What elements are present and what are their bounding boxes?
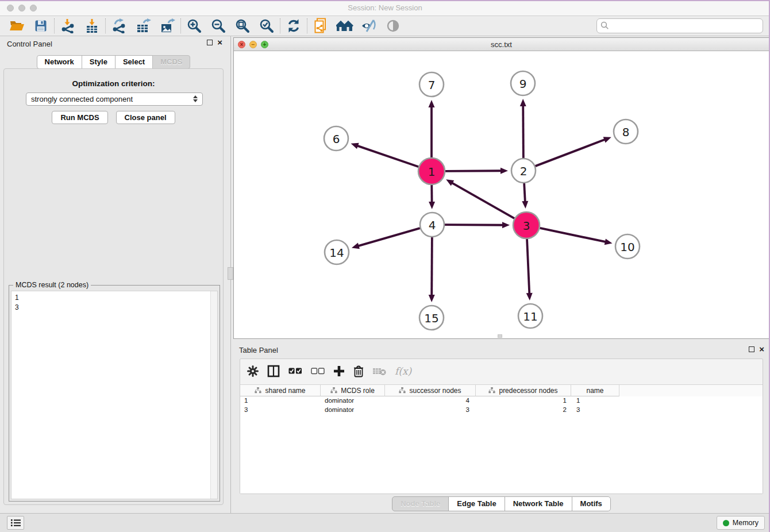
- graph-edge-2-8[interactable]: [536, 140, 606, 167]
- float-table-panel-icon[interactable]: [749, 346, 754, 352]
- export-network-icon: [111, 18, 126, 33]
- window-edge-tint: [0, 0, 770, 1]
- tab-mcds[interactable]: MCDS: [152, 55, 190, 69]
- control-panel-tabs: Network Style Select MCDS: [0, 55, 227, 69]
- refresh-layout-button[interactable]: [282, 17, 306, 35]
- trash-icon: [353, 365, 364, 377]
- import-network-button[interactable]: [56, 17, 80, 35]
- graph-edge-3-1[interactable]: [452, 183, 514, 218]
- column-header-predecessor-nodes[interactable]: predecessor nodes: [476, 385, 571, 396]
- zoom-selected-button[interactable]: [255, 17, 279, 35]
- select-all-button[interactable]: [288, 368, 302, 375]
- graph-edge-2-3[interactable]: [524, 183, 525, 202]
- refresh-icon: [286, 18, 301, 33]
- network-resize-handle[interactable]: [498, 334, 502, 338]
- graph-edge-arrowhead: [429, 202, 435, 209]
- task-history-button[interactable]: [7, 516, 24, 530]
- graph-edge-2-9[interactable]: [523, 105, 523, 158]
- graph-edge-4-15[interactable]: [432, 237, 432, 296]
- tab-select[interactable]: Select: [115, 55, 153, 69]
- graph-node-label: 10: [620, 240, 634, 254]
- cell-successor-nodes: 4: [385, 396, 476, 406]
- table-row[interactable]: 1 dominator 4 1 1: [240, 396, 763, 406]
- float-panel-icon[interactable]: [207, 40, 213, 45]
- app-title: Session: New Session: [0, 0, 770, 16]
- tab-style[interactable]: Style: [82, 55, 116, 69]
- deselect-all-button[interactable]: [311, 368, 325, 375]
- graph-node-label: 3: [523, 219, 530, 233]
- main-area: Control Panel × Network Style Select MCD…: [0, 36, 770, 513]
- cell-predecessor-nodes: 2: [476, 406, 571, 415]
- export-network-button[interactable]: [107, 17, 131, 35]
- table-row[interactable]: 3 dominator 3 2 3: [240, 406, 763, 415]
- cell-successor-nodes: 3: [385, 406, 476, 415]
- table-tabs: Node Table Edge Table Network Table Moti…: [233, 496, 769, 511]
- export-image-button[interactable]: [155, 17, 179, 35]
- zoom-in-icon: [187, 18, 202, 33]
- node-table: shared name MCDS role successor nodes pr…: [240, 384, 763, 494]
- save-disk-icon: [34, 19, 48, 33]
- graph-node-label: 2: [520, 164, 528, 178]
- mcds-result-box[interactable]: 1 3: [11, 291, 218, 499]
- graph-node-label: 9: [519, 77, 527, 91]
- gear-icon: [247, 365, 259, 377]
- optimization-criterion-select[interactable]: strongly connected component: [26, 92, 203, 106]
- zoom-fit-button[interactable]: [230, 17, 255, 35]
- zoom-out-button[interactable]: [206, 17, 230, 35]
- tab-network[interactable]: Network: [37, 55, 82, 69]
- close-panel-button[interactable]: Close panel: [116, 111, 175, 124]
- column-header-shared-name[interactable]: shared name: [240, 385, 321, 396]
- zoom-in-button[interactable]: [182, 17, 206, 35]
- tab-motifs[interactable]: Motifs: [572, 496, 611, 511]
- new-network-from-selection-button[interactable]: [309, 17, 333, 35]
- graph-edge-3-10[interactable]: [540, 228, 606, 242]
- save-session-button[interactable]: [29, 17, 53, 35]
- export-table-button[interactable]: [131, 17, 155, 35]
- graph-edge-4-3[interactable]: [445, 225, 503, 225]
- tab-edge-table[interactable]: Edge Table: [448, 496, 505, 511]
- graph-edge-arrowhead: [605, 238, 613, 245]
- show-columns-button[interactable]: [267, 365, 280, 377]
- delete-row-button[interactable]: [353, 365, 364, 377]
- graph-edge-4-14[interactable]: [358, 228, 420, 246]
- graph-edge-1-2[interactable]: [445, 171, 502, 171]
- graph-edge-1-6[interactable]: [357, 145, 418, 167]
- memory-label: Memory: [733, 519, 759, 527]
- column-header-successor-nodes[interactable]: successor nodes: [385, 385, 476, 396]
- apply-function-button[interactable]: f(x): [395, 365, 411, 377]
- import-table-button[interactable]: [80, 17, 104, 35]
- network-window-titlebar[interactable]: × − + scc.txt: [234, 38, 769, 51]
- toggle-detail-button[interactable]: [381, 17, 405, 35]
- column-header-mcds-role[interactable]: MCDS role: [321, 385, 385, 396]
- table-panel-title: Table Panel: [239, 346, 278, 354]
- tab-network-table[interactable]: Network Table: [505, 496, 572, 511]
- graph-edge-3-11[interactable]: [527, 239, 529, 294]
- home-layout-button[interactable]: [333, 17, 357, 35]
- add-row-button[interactable]: [333, 365, 345, 377]
- panel-splitter-handle[interactable]: [228, 267, 233, 280]
- run-mcds-button[interactable]: Run MCDS: [52, 111, 107, 124]
- cell-mcds-role: dominator: [321, 396, 385, 406]
- search-icon: [600, 21, 609, 30]
- result-scrollbar[interactable]: [210, 291, 217, 499]
- close-panel-icon[interactable]: ×: [217, 40, 222, 45]
- optimization-criterion-value: strongly connected component: [31, 95, 133, 103]
- memory-button[interactable]: Memory: [717, 516, 765, 530]
- graph-node-label: 6: [333, 132, 340, 146]
- network-graph[interactable]: 7968124314101511: [234, 52, 769, 339]
- mcds-result-title: MCDS result (2 nodes): [13, 281, 91, 289]
- graph-edge-arrowhead: [351, 143, 359, 149]
- tab-node-table[interactable]: Node Table: [392, 496, 449, 511]
- app-titlebar: Session: New Session: [0, 0, 770, 16]
- zoom-out-icon: [211, 18, 226, 33]
- hide-selected-button[interactable]: [357, 17, 381, 35]
- open-session-button[interactable]: [5, 17, 29, 35]
- mcds-panel-body: Optimization criterion: strongly connect…: [3, 68, 224, 505]
- toolbar-separator: [307, 18, 307, 33]
- close-table-panel-icon[interactable]: ×: [759, 346, 764, 352]
- delete-table-button[interactable]: [372, 367, 386, 376]
- table-settings-button[interactable]: [247, 365, 259, 377]
- column-header-name[interactable]: name: [571, 385, 619, 396]
- network-canvas[interactable]: 7968124314101511: [234, 52, 769, 338]
- search-input[interactable]: [596, 18, 763, 33]
